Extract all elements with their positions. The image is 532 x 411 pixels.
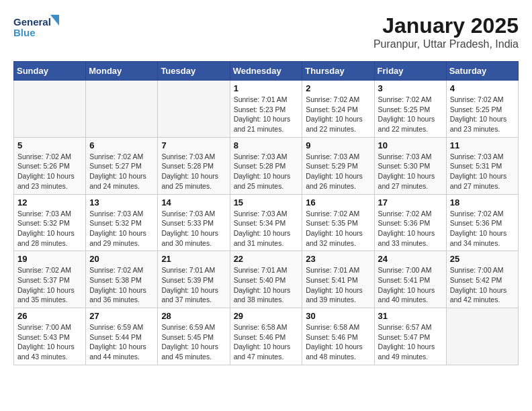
- day-info: Sunrise: 7:03 AM Sunset: 5:28 PM Dayligh…: [161, 152, 226, 191]
- day-number: 14: [161, 197, 226, 208]
- calendar-cell: 19Sunrise: 7:02 AM Sunset: 5:37 PM Dayli…: [14, 251, 86, 308]
- week-row-4: 19Sunrise: 7:02 AM Sunset: 5:37 PM Dayli…: [14, 251, 519, 308]
- day-info: Sunrise: 7:02 AM Sunset: 5:38 PM Dayligh…: [89, 265, 154, 305]
- day-number: 19: [17, 254, 82, 264]
- day-info: Sunrise: 7:03 AM Sunset: 5:32 PM Dayligh…: [89, 209, 154, 248]
- calendar-cell: 15Sunrise: 7:03 AM Sunset: 5:34 PM Dayli…: [230, 194, 302, 251]
- day-number: 18: [450, 197, 515, 208]
- calendar-cell: [446, 308, 518, 365]
- calendar-cell: 29Sunrise: 6:58 AM Sunset: 5:46 PM Dayli…: [230, 308, 302, 365]
- calendar-cell: 3Sunrise: 7:02 AM Sunset: 5:25 PM Daylig…: [374, 81, 446, 138]
- calendar-cell: 6Sunrise: 7:02 AM Sunset: 5:27 PM Daylig…: [86, 137, 158, 194]
- day-number: 1: [234, 83, 299, 93]
- calendar-cell: 23Sunrise: 7:01 AM Sunset: 5:41 PM Dayli…: [302, 251, 374, 308]
- calendar-cell: 7Sunrise: 7:03 AM Sunset: 5:28 PM Daylig…: [158, 137, 230, 194]
- calendar-cell: 10Sunrise: 7:03 AM Sunset: 5:30 PM Dayli…: [374, 137, 446, 194]
- day-info: Sunrise: 7:02 AM Sunset: 5:35 PM Dayligh…: [306, 209, 370, 248]
- calendar-title: January 2025: [373, 13, 519, 38]
- day-number: 24: [378, 254, 443, 264]
- calendar-cell: 16Sunrise: 7:02 AM Sunset: 5:35 PM Dayli…: [302, 194, 374, 251]
- calendar-cell: 21Sunrise: 7:01 AM Sunset: 5:39 PM Dayli…: [158, 251, 230, 308]
- header-friday: Friday: [374, 62, 446, 81]
- day-number: 7: [161, 140, 226, 150]
- header-tuesday: Tuesday: [158, 62, 230, 81]
- day-info: Sunrise: 7:03 AM Sunset: 5:34 PM Dayligh…: [234, 209, 299, 248]
- logo: GeneralBlue: [13, 13, 60, 40]
- day-number: 31: [378, 311, 443, 321]
- day-number: 11: [450, 140, 515, 150]
- day-info: Sunrise: 7:00 AM Sunset: 5:42 PM Dayligh…: [450, 265, 515, 305]
- calendar-cell: 12Sunrise: 7:03 AM Sunset: 5:32 PM Dayli…: [14, 194, 86, 251]
- calendar-subtitle: Puranpur, Uttar Pradesh, India: [373, 38, 519, 50]
- week-row-5: 26Sunrise: 7:00 AM Sunset: 5:43 PM Dayli…: [14, 308, 519, 365]
- calendar-cell: 27Sunrise: 6:59 AM Sunset: 5:44 PM Dayli…: [86, 308, 158, 365]
- week-row-2: 5Sunrise: 7:02 AM Sunset: 5:26 PM Daylig…: [14, 137, 519, 194]
- day-info: Sunrise: 7:03 AM Sunset: 5:29 PM Dayligh…: [306, 152, 370, 191]
- calendar-cell: 5Sunrise: 7:02 AM Sunset: 5:26 PM Daylig…: [14, 137, 86, 194]
- calendar-cell: 1Sunrise: 7:01 AM Sunset: 5:23 PM Daylig…: [230, 81, 302, 138]
- day-info: Sunrise: 7:02 AM Sunset: 5:27 PM Dayligh…: [89, 152, 154, 191]
- header-sunday: Sunday: [14, 62, 86, 81]
- calendar-cell: [86, 81, 158, 138]
- day-number: 13: [89, 197, 154, 208]
- week-row-1: 1Sunrise: 7:01 AM Sunset: 5:23 PM Daylig…: [14, 81, 519, 138]
- page-header: GeneralBlue January 2025 Puranpur, Uttar…: [13, 13, 519, 50]
- day-info: Sunrise: 7:01 AM Sunset: 5:39 PM Dayligh…: [161, 265, 226, 305]
- day-info: Sunrise: 7:03 AM Sunset: 5:32 PM Dayligh…: [17, 209, 82, 248]
- day-number: 16: [306, 197, 370, 208]
- day-info: Sunrise: 7:02 AM Sunset: 5:25 PM Dayligh…: [378, 95, 443, 134]
- calendar-cell: 18Sunrise: 7:02 AM Sunset: 5:36 PM Dayli…: [446, 194, 518, 251]
- calendar-cell: 26Sunrise: 7:00 AM Sunset: 5:43 PM Dayli…: [14, 308, 86, 365]
- svg-text:General: General: [13, 16, 51, 28]
- calendar-cell: 17Sunrise: 7:02 AM Sunset: 5:36 PM Dayli…: [374, 194, 446, 251]
- calendar-cell: [14, 81, 86, 138]
- calendar-table: Sunday Monday Tuesday Wednesday Thursday…: [13, 61, 519, 365]
- header-wednesday: Wednesday: [230, 62, 302, 81]
- week-row-3: 12Sunrise: 7:03 AM Sunset: 5:32 PM Dayli…: [14, 194, 519, 251]
- header-thursday: Thursday: [302, 62, 374, 81]
- svg-marker-2: [50, 15, 59, 26]
- day-info: Sunrise: 7:01 AM Sunset: 5:41 PM Dayligh…: [306, 265, 370, 305]
- day-number: 23: [306, 254, 370, 264]
- calendar-cell: 28Sunrise: 6:59 AM Sunset: 5:45 PM Dayli…: [158, 308, 230, 365]
- day-info: Sunrise: 7:02 AM Sunset: 5:37 PM Dayligh…: [17, 265, 82, 305]
- day-number: 2: [306, 83, 370, 93]
- title-block: January 2025 Puranpur, Uttar Pradesh, In…: [373, 13, 519, 50]
- day-number: 5: [17, 140, 82, 150]
- day-info: Sunrise: 6:58 AM Sunset: 5:46 PM Dayligh…: [306, 322, 370, 362]
- header-monday: Monday: [86, 62, 158, 81]
- calendar-cell: 30Sunrise: 6:58 AM Sunset: 5:46 PM Dayli…: [302, 308, 374, 365]
- day-number: 17: [378, 197, 443, 208]
- day-info: Sunrise: 7:03 AM Sunset: 5:28 PM Dayligh…: [234, 152, 299, 191]
- day-number: 3: [378, 83, 443, 93]
- day-number: 20: [89, 254, 154, 264]
- day-number: 30: [306, 311, 370, 321]
- day-number: 26: [17, 311, 82, 321]
- day-info: Sunrise: 7:00 AM Sunset: 5:41 PM Dayligh…: [378, 265, 443, 305]
- day-info: Sunrise: 7:03 AM Sunset: 5:30 PM Dayligh…: [378, 152, 443, 191]
- day-info: Sunrise: 6:59 AM Sunset: 5:44 PM Dayligh…: [89, 322, 154, 362]
- day-number: 6: [89, 140, 154, 150]
- calendar-cell: [158, 81, 230, 138]
- day-number: 12: [17, 197, 82, 208]
- calendar-cell: 25Sunrise: 7:00 AM Sunset: 5:42 PM Dayli…: [446, 251, 518, 308]
- day-number: 27: [89, 311, 154, 321]
- day-info: Sunrise: 6:59 AM Sunset: 5:45 PM Dayligh…: [161, 322, 226, 362]
- calendar-cell: 9Sunrise: 7:03 AM Sunset: 5:29 PM Daylig…: [302, 137, 374, 194]
- day-info: Sunrise: 7:01 AM Sunset: 5:23 PM Dayligh…: [234, 95, 299, 134]
- calendar-cell: 31Sunrise: 6:57 AM Sunset: 5:47 PM Dayli…: [374, 308, 446, 365]
- svg-text:Blue: Blue: [13, 27, 36, 38]
- day-number: 28: [161, 311, 226, 321]
- calendar-cell: 20Sunrise: 7:02 AM Sunset: 5:38 PM Dayli…: [86, 251, 158, 308]
- header-saturday: Saturday: [446, 62, 518, 81]
- day-info: Sunrise: 7:00 AM Sunset: 5:43 PM Dayligh…: [17, 322, 82, 362]
- calendar-cell: 11Sunrise: 7:03 AM Sunset: 5:31 PM Dayli…: [446, 137, 518, 194]
- calendar-cell: 22Sunrise: 7:01 AM Sunset: 5:40 PM Dayli…: [230, 251, 302, 308]
- day-info: Sunrise: 7:02 AM Sunset: 5:24 PM Dayligh…: [306, 95, 370, 134]
- day-info: Sunrise: 7:02 AM Sunset: 5:36 PM Dayligh…: [378, 209, 443, 248]
- day-info: Sunrise: 7:03 AM Sunset: 5:31 PM Dayligh…: [450, 152, 515, 191]
- calendar-cell: 14Sunrise: 7:03 AM Sunset: 5:33 PM Dayli…: [158, 194, 230, 251]
- day-info: Sunrise: 7:01 AM Sunset: 5:40 PM Dayligh…: [234, 265, 299, 305]
- day-number: 8: [234, 140, 299, 150]
- day-info: Sunrise: 7:02 AM Sunset: 5:36 PM Dayligh…: [450, 209, 515, 248]
